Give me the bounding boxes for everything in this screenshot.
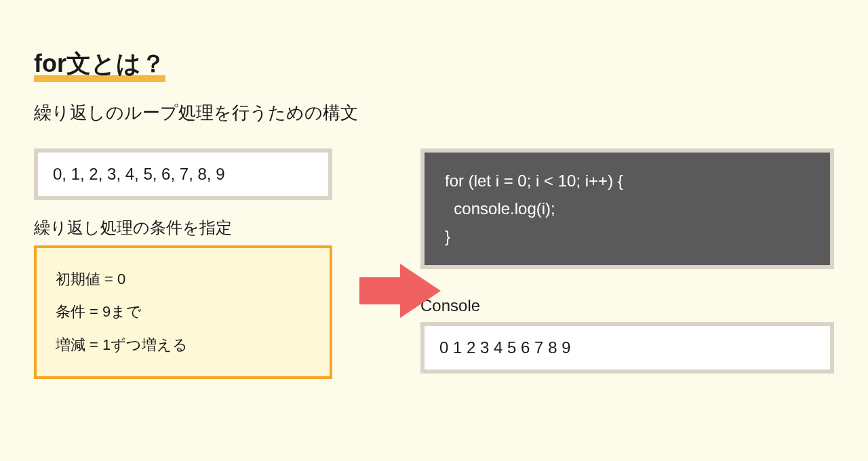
console-output-box: 0 1 2 3 4 5 6 7 8 9 xyxy=(420,322,834,374)
arrow-icon xyxy=(359,264,441,318)
svg-marker-0 xyxy=(359,264,441,318)
condition-box: 初期値 = 0 条件 = 9まで 増減 = 1ずつ増える xyxy=(34,245,332,379)
right-column: for (let i = 0; i < 10; i++) { console.l… xyxy=(420,148,834,379)
condition-initial: 初期値 = 0 xyxy=(56,263,311,296)
console-label: Console xyxy=(420,296,834,315)
content-area: 0, 1, 2, 3, 4, 5, 6, 7, 8, 9 繰り返し処理の条件を指… xyxy=(34,148,834,379)
condition-step: 増減 = 1ずつ増える xyxy=(56,329,311,361)
expected-output-box: 0, 1, 2, 3, 4, 5, 6, 7, 8, 9 xyxy=(34,148,332,200)
condition-range: 条件 = 9まで xyxy=(56,296,311,328)
page-subtitle: 繰り返しのループ処理を行うための構文 xyxy=(34,101,834,125)
condition-label: 繰り返し処理の条件を指定 xyxy=(34,217,332,239)
left-column: 0, 1, 2, 3, 4, 5, 6, 7, 8, 9 繰り返し処理の条件を指… xyxy=(34,148,332,379)
page-title: for文とは？ xyxy=(34,47,165,81)
code-box: for (let i = 0; i < 10; i++) { console.l… xyxy=(420,148,834,269)
